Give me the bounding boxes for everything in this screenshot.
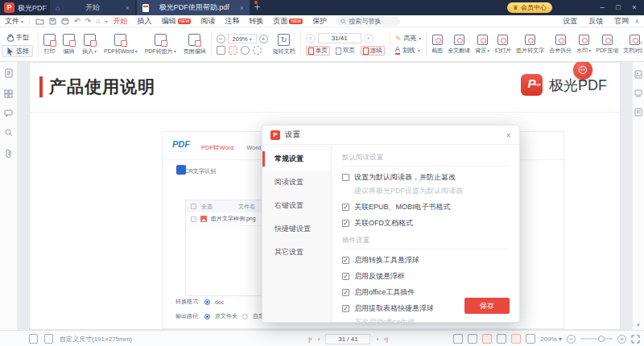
menu-tab[interactable]: 转换 bbox=[249, 14, 263, 28]
search-input[interactable] bbox=[349, 18, 395, 25]
highlight-button[interactable]: ✎ 高亮 ▾ bbox=[395, 34, 422, 43]
view-mode-button[interactable]: 双页 bbox=[333, 46, 357, 56]
toolbar-button[interactable]: PDF转图片 ▾ bbox=[145, 34, 176, 56]
settings-option[interactable]: 关联EPUB、MOBI电子书格式 bbox=[342, 202, 508, 212]
continuous-view-icon[interactable] bbox=[482, 334, 492, 344]
settings-option[interactable]: 关联OFD文档格式 bbox=[342, 218, 508, 229]
hand-tool-button[interactable]: 手型 bbox=[2, 31, 33, 43]
toolbar-button[interactable]: 打印 ▾ bbox=[43, 34, 56, 56]
properties-panel-icon[interactable] bbox=[634, 108, 642, 117]
settings-nav-item[interactable]: 其它设置 bbox=[262, 241, 331, 264]
underline-button[interactable]: A 划线 ▾ bbox=[395, 46, 422, 55]
checkbox[interactable] bbox=[342, 204, 349, 211]
checkbox[interactable] bbox=[342, 289, 349, 296]
settings-nav-item[interactable]: 快捷键设置 bbox=[262, 217, 331, 241]
print-icon[interactable] bbox=[61, 18, 69, 25]
menu-tab[interactable]: 页面 NEW bbox=[273, 14, 303, 28]
fit-view-icon[interactable] bbox=[511, 334, 521, 344]
stamp-tool-icon[interactable] bbox=[634, 89, 642, 97]
close-icon[interactable]: × bbox=[506, 130, 511, 140]
first-page-button[interactable]: |‹ bbox=[308, 336, 312, 343]
view-mode-button[interactable]: 连续 bbox=[361, 46, 385, 56]
thumbnail-panel-icon[interactable] bbox=[5, 68, 13, 78]
collapse-ribbon-icon[interactable]: ∧ bbox=[634, 18, 639, 25]
menu-tab[interactable]: 插入 bbox=[138, 14, 152, 28]
redo-icon[interactable]: ↷ bbox=[85, 17, 92, 25]
undo-icon[interactable]: ↶ bbox=[74, 17, 80, 25]
menu-link[interactable]: 反馈 bbox=[588, 16, 603, 27]
search-box[interactable] bbox=[336, 17, 400, 26]
image-tool-icon[interactable] bbox=[634, 70, 642, 79]
zoom-level[interactable]: 209%▾ bbox=[228, 34, 257, 43]
next-page-button[interactable]: › bbox=[364, 34, 374, 43]
checkbox[interactable] bbox=[342, 220, 349, 227]
checkbox[interactable] bbox=[342, 305, 349, 312]
close-tab-icon[interactable]: × bbox=[240, 4, 244, 12]
tab-home[interactable]: ⌂ 开始 × bbox=[50, 0, 135, 15]
zoom-in-button[interactable]: + bbox=[617, 335, 626, 344]
home-icon[interactable]: ⌂ bbox=[96, 17, 100, 25]
settings-option[interactable]: 启用office工具插件 bbox=[342, 287, 508, 298]
toolbar-overflow-chevron[interactable]: › bbox=[640, 39, 642, 47]
fit-width-icon[interactable] bbox=[44, 334, 53, 344]
maximize-button[interactable]: □ bbox=[610, 0, 626, 15]
toolbar-tool-button[interactable]: 图片转文字 ▾ bbox=[516, 35, 544, 55]
close-tab-icon[interactable]: × bbox=[126, 4, 130, 12]
zoom-out-button[interactable]: − bbox=[567, 335, 576, 344]
spread-view-icon[interactable] bbox=[526, 334, 535, 344]
toolbar-button[interactable]: 编辑 ▾ bbox=[63, 34, 75, 56]
page-indicator-input[interactable]: 31/41 bbox=[318, 33, 361, 43]
toolbar-button[interactable]: 页面编辑 ▾ bbox=[184, 34, 206, 56]
zoom-level[interactable]: 209% ▾ bbox=[540, 336, 562, 343]
menu-tab[interactable]: 阅读 bbox=[200, 14, 215, 28]
checkbox[interactable] bbox=[342, 273, 349, 280]
settings-nav-item[interactable]: 右键设置 bbox=[262, 194, 331, 217]
attachment-panel-icon[interactable] bbox=[5, 148, 12, 158]
toolbar-tool-button[interactable]: 幻灯片 ▾ bbox=[494, 35, 511, 55]
previous-page-button[interactable]: ‹ bbox=[318, 336, 320, 343]
settings-option[interactable]: 启用反馈悬浮框 bbox=[342, 271, 508, 282]
member-center-button[interactable]: ♛ 会员中心 bbox=[507, 2, 552, 13]
settings-nav-item[interactable]: 阅读设置 bbox=[262, 171, 331, 194]
scrollbar-down-icon[interactable]: ▾ bbox=[637, 322, 640, 328]
close-button[interactable]: × bbox=[626, 0, 642, 15]
zoom-slider[interactable] bbox=[580, 338, 613, 340]
file-menu[interactable]: 文件▾ bbox=[5, 16, 23, 27]
fullscreen-icon[interactable] bbox=[631, 335, 640, 344]
two-page-view-icon[interactable] bbox=[497, 334, 506, 344]
lasso-icon[interactable] bbox=[241, 46, 250, 55]
bookmark-grid-icon[interactable] bbox=[4, 89, 13, 98]
minimize-button[interactable]: – bbox=[594, 0, 610, 15]
toolbar-tool-button[interactable]: 背景 ▾ bbox=[475, 35, 489, 55]
fit-width-icon[interactable] bbox=[229, 46, 237, 55]
menu-tab[interactable]: 编辑 NEW bbox=[162, 14, 192, 28]
toolbar-button[interactable]: PDF转Word ▾ bbox=[104, 34, 138, 56]
last-page-button[interactable]: ›| bbox=[384, 336, 388, 343]
open-folder-icon[interactable] bbox=[35, 18, 44, 25]
rotate-document-button[interactable]: ↻ 旋转文档 bbox=[273, 34, 295, 56]
menu-tab[interactable]: 开始 bbox=[114, 14, 128, 28]
zoom-out-button[interactable]: − bbox=[217, 35, 225, 43]
select-tool-button[interactable]: 选择 bbox=[2, 45, 33, 57]
menu-link[interactable]: 设置 bbox=[563, 16, 577, 27]
settings-option[interactable]: 设置为默认阅读器，并防止篡改 bbox=[342, 172, 508, 183]
tab-document[interactable]: 极光PDF使用帮助.pdf × bbox=[137, 0, 250, 15]
fit-page-icon[interactable] bbox=[29, 334, 38, 344]
toolbar-tool-button[interactable]: 合并拆分 ▾ bbox=[549, 35, 572, 55]
zoom-slider-knob[interactable] bbox=[598, 336, 605, 342]
menu-tab[interactable]: 注释 bbox=[225, 14, 239, 28]
view-mode-button[interactable]: 单页 bbox=[306, 46, 330, 56]
comment-panel-icon[interactable] bbox=[4, 109, 13, 117]
menu-tab[interactable]: 保护 bbox=[312, 14, 327, 28]
settings-option[interactable]: 启用转换工具悬浮球 bbox=[342, 255, 508, 266]
previous-page-button[interactable]: ‹ bbox=[306, 34, 316, 43]
checkbox[interactable] bbox=[342, 257, 349, 264]
settings-option[interactable]: 建议将极光PDF设置为默认阅读器 bbox=[342, 186, 508, 196]
toolbar-button[interactable]: 插入 ▾ bbox=[82, 34, 97, 56]
area-zoom-icon[interactable] bbox=[253, 46, 262, 55]
page-indicator-input[interactable]: 31 / 41 bbox=[325, 334, 370, 344]
toolbar-tool-button[interactable]: 全文翻译 ▾ bbox=[448, 35, 470, 55]
settings-nav-item[interactable]: 常规设置 bbox=[262, 147, 331, 171]
book-view-icon[interactable] bbox=[468, 334, 477, 344]
chevron-down-icon[interactable]: ▾ bbox=[105, 19, 108, 24]
